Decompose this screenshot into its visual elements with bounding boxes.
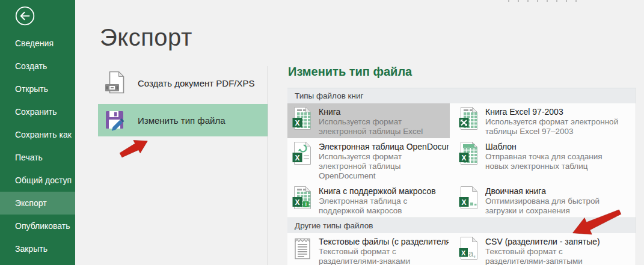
section-header-workbook-types: Типы файлов книг — [287, 88, 636, 103]
file-type-item-opendocument[interactable]: X Электронная таблица OpenDocumentИсполь… — [287, 138, 450, 183]
option-label: Создать документ PDF/XPS — [138, 78, 255, 88]
sidebar-item-save[interactable]: Сохранить — [0, 100, 75, 123]
text-file-icon — [292, 236, 312, 260]
file-type-item-workbook[interactable]: X КнигаИспользуется формат электронной т… — [287, 103, 450, 138]
binary-workbook-icon: X — [459, 186, 479, 210]
file-type-desc: Электронная таблица с поддержкой макросо… — [319, 196, 449, 216]
file-type-title: CSV (разделители - запятые) — [485, 236, 619, 247]
pdf-xps-document-icon — [104, 71, 128, 95]
file-type-item-template[interactable]: X ШаблонОтправная точка для создания нов… — [454, 138, 636, 183]
sidebar-item-save-as[interactable]: Сохранить как — [0, 123, 75, 146]
export-options: Создать документ PDF/XPS Изменить тип фа… — [98, 67, 268, 136]
svg-text:X: X — [295, 154, 299, 162]
back-arrow-icon — [15, 6, 35, 26]
file-type-item-csv[interactable]: Xa, CSV (разделители - запятые)Текстовый… — [454, 233, 636, 265]
file-type-item-text-files[interactable]: Текстовые файлы (с разделителями та...Те… — [287, 233, 450, 265]
svg-text:X: X — [461, 154, 466, 162]
option-create-pdf-xps[interactable]: Создать документ PDF/XPS — [98, 67, 268, 99]
sidebar-item-info[interactable]: Сведения — [0, 32, 75, 55]
opendocument-spreadsheet-icon: X — [292, 141, 312, 165]
page-title: Экспорт — [100, 24, 192, 51]
sidebar-item-new[interactable]: Создать — [0, 55, 75, 78]
file-type-title: Электронная таблица OpenDocument — [319, 141, 449, 152]
file-type-desc: Текстовый формат с разделителями-знаками… — [319, 247, 449, 265]
file-type-desc: Отправная точка для создания новых элект… — [485, 152, 619, 171]
back-button[interactable] — [15, 6, 35, 26]
file-type-desc: Используется формат электронной таблицы … — [485, 117, 619, 136]
save-as-other-format-icon — [104, 108, 128, 132]
workbook-types-grid: X КнигаИспользуется формат электронной т… — [287, 103, 636, 218]
file-type-title: Книга с поддержкой макросов — [319, 186, 449, 196]
file-type-title: Книга Excel 97-2003 — [485, 106, 619, 117]
file-type-desc: Используется формат электронной таблицы … — [319, 117, 449, 136]
other-types-grid: Текстовые файлы (с разделителями та...Те… — [287, 233, 636, 265]
sidebar-item-publish[interactable]: Опубликовать — [0, 215, 75, 237]
sidebar-item-share[interactable]: Общий доступ — [0, 169, 75, 192]
svg-text:X: X — [295, 198, 299, 207]
sidebar-item-print[interactable]: Печать — [0, 146, 75, 169]
backstage-menu: Сведения Создать Открыть Сохранить Сохра… — [0, 32, 75, 260]
file-type-item-binary-workbook[interactable]: X Двоичная книгаОптимизирована для быстр… — [454, 183, 636, 218]
file-type-title: Шаблон — [485, 141, 619, 152]
panel-title: Изменить тип файла — [288, 65, 412, 79]
section-header-other-types: Другие типы файлов — [287, 218, 636, 233]
file-type-title: Книга — [319, 106, 449, 117]
file-type-desc: Оптимизирована для быстрой загрузки и со… — [485, 196, 619, 216]
svg-text:X: X — [461, 198, 466, 207]
csv-file-icon: Xa, — [459, 236, 479, 260]
file-type-item-excel-97-2003[interactable]: Книга Excel 97-2003Используется формат э… — [454, 103, 636, 138]
macro-workbook-icon: X! — [292, 186, 312, 210]
file-type-desc: Используется формат электронной таблицы … — [319, 152, 449, 181]
sidebar-item-close[interactable]: Закрыть — [0, 237, 75, 260]
file-type-item-macro-workbook[interactable]: X! Книга с поддержкой макросовЭлектронна… — [287, 183, 450, 218]
backstage-sidebar: Сведения Создать Открыть Сохранить Сохра… — [0, 0, 75, 265]
file-type-title: Текстовые файлы (с разделителями та... — [319, 236, 449, 247]
svg-text:!: ! — [305, 201, 307, 207]
excel-97-2003-workbook-icon — [459, 106, 479, 130]
excel-workbook-icon: X — [292, 106, 312, 130]
svg-text:X: X — [461, 249, 466, 257]
file-type-panel: Типы файлов книг X КнигаИспользуется фор… — [287, 88, 636, 265]
option-label: Изменить тип файла — [138, 115, 225, 126]
file-type-title: Двоичная книга — [485, 186, 619, 196]
svg-text:X: X — [295, 119, 299, 127]
vertical-divider — [268, 66, 268, 265]
red-annotation-arrow-change-file-type — [118, 137, 152, 159]
template-icon: X — [459, 141, 479, 165]
option-change-file-type[interactable]: Изменить тип файла — [98, 104, 268, 136]
file-type-desc: Текстовый формат с разделителями-запятым… — [485, 247, 619, 265]
truncated-titlebar-text — [508, 0, 579, 2]
sidebar-item-open[interactable]: Открыть — [0, 78, 75, 100]
svg-text:a,: a, — [468, 248, 476, 258]
sidebar-item-export[interactable]: Экспорт — [0, 192, 75, 215]
